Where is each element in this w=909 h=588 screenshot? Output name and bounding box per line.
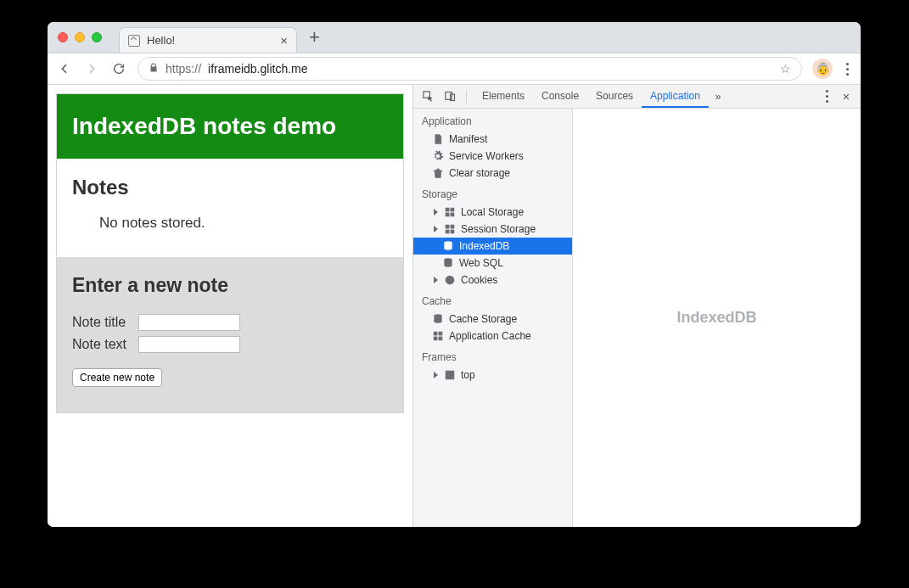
new-tab-button[interactable]: + <box>309 26 320 48</box>
sidebar-item-local-storage[interactable]: Local Storage <box>413 204 572 221</box>
svg-rect-1 <box>445 92 452 100</box>
file-icon <box>128 35 140 47</box>
browser-window: Hello! × + https://iframeidb.glitch.me ☆… <box>48 22 861 527</box>
sidebar-group-storage: Storage <box>413 182 572 204</box>
tab-sources[interactable]: Sources <box>587 85 642 108</box>
window-maximize-button[interactable] <box>92 32 102 42</box>
devtools-toolbar: Elements Console Sources Application » × <box>413 85 861 109</box>
forward-button[interactable] <box>83 62 100 76</box>
trash-icon <box>432 167 444 179</box>
page-title: IndexedDB notes demo <box>72 113 388 140</box>
back-button[interactable] <box>56 62 73 76</box>
sidebar-item-top-frame[interactable]: top <box>413 367 572 384</box>
gear-icon <box>432 150 444 162</box>
devtools-tabs-overflow-icon[interactable]: » <box>715 91 721 103</box>
sidebar-item-manifest[interactable]: Manifest <box>413 131 572 148</box>
address-bar: https://iframeidb.glitch.me ☆ 👵 <box>48 53 861 85</box>
application-sidebar: Application Manifest Service Workers Cle… <box>413 109 573 527</box>
document-icon <box>432 133 444 145</box>
svg-rect-8 <box>451 225 455 229</box>
grid-icon <box>444 206 456 218</box>
sidebar-group-cache: Cache <box>413 288 572 311</box>
devtools-close-icon[interactable]: × <box>837 87 856 106</box>
note-text-label: Note text <box>72 337 138 352</box>
window-controls <box>58 32 102 42</box>
main-placeholder-text: IndexedDB <box>676 309 756 327</box>
devtools-tabs: Elements Console Sources Application <box>474 85 709 108</box>
sidebar-item-indexeddb[interactable]: IndexedDB <box>413 238 572 255</box>
expand-triangle-icon[interactable] <box>432 372 439 378</box>
tab-application[interactable]: Application <box>642 85 709 108</box>
sidebar-item-app-cache[interactable]: Application Cache <box>413 328 572 344</box>
inspect-element-icon[interactable] <box>418 87 437 106</box>
svg-rect-16 <box>439 332 443 336</box>
svg-rect-9 <box>446 230 450 234</box>
tab-strip: Hello! × + <box>48 22 861 53</box>
svg-rect-19 <box>446 371 453 378</box>
frame-icon <box>444 369 456 381</box>
svg-rect-18 <box>439 337 443 341</box>
browser-menu-button[interactable] <box>843 59 852 79</box>
svg-rect-7 <box>446 225 450 229</box>
expand-triangle-icon[interactable] <box>432 277 439 283</box>
database-icon <box>442 240 454 252</box>
database-icon <box>442 257 454 269</box>
svg-rect-6 <box>451 213 455 217</box>
expand-triangle-icon[interactable] <box>432 226 439 232</box>
url-host: iframeidb.glitch.me <box>208 62 308 76</box>
notes-empty-message: No notes stored. <box>99 215 388 232</box>
bookmark-star-icon[interactable]: ☆ <box>780 62 791 76</box>
url-protocol: https:// <box>166 62 201 76</box>
address-input[interactable]: https://iframeidb.glitch.me ☆ <box>137 57 802 81</box>
new-note-form: Enter a new note Note title Note text Cr… <box>57 257 403 412</box>
expand-triangle-icon[interactable] <box>432 209 439 216</box>
grid-icon <box>432 330 444 342</box>
tab-console[interactable]: Console <box>533 85 587 108</box>
window-close-button[interactable] <box>58 32 68 42</box>
sidebar-item-websql[interactable]: Web SQL <box>413 255 572 272</box>
device-toolbar-icon[interactable] <box>440 87 459 106</box>
form-heading: Enter a new note <box>72 274 388 297</box>
devtools-body: Application Manifest Service Workers Cle… <box>413 109 861 527</box>
sidebar-item-clear-storage[interactable]: Clear storage <box>413 165 572 182</box>
grid-icon <box>444 223 456 235</box>
lock-icon <box>149 62 159 76</box>
tab-elements[interactable]: Elements <box>474 85 533 108</box>
svg-rect-15 <box>434 332 438 336</box>
create-note-button[interactable]: Create new note <box>72 368 162 387</box>
browser-tab[interactable]: Hello! × <box>119 27 297 53</box>
close-tab-icon[interactable]: × <box>280 33 288 48</box>
svg-rect-5 <box>446 213 450 217</box>
page-header: IndexedDB notes demo <box>57 94 403 159</box>
sidebar-item-cookies[interactable]: Cookies <box>413 272 572 288</box>
sidebar-group-frames: Frames <box>413 344 572 367</box>
window-minimize-button[interactable] <box>75 32 85 42</box>
tab-title: Hello! <box>147 34 273 47</box>
content-row: IndexedDB notes demo Notes No notes stor… <box>48 85 861 527</box>
notes-section: Notes No notes stored. <box>57 159 403 257</box>
application-main-pane: IndexedDB <box>573 109 861 527</box>
sidebar-group-application: Application <box>413 109 572 131</box>
devtools-panel: Elements Console Sources Application » ×… <box>412 85 861 527</box>
sidebar-item-service-workers[interactable]: Service Workers <box>413 148 572 165</box>
reload-button[interactable] <box>110 62 127 76</box>
notes-heading: Notes <box>72 176 388 199</box>
profile-avatar[interactable]: 👵 <box>812 59 833 79</box>
database-icon <box>432 313 444 325</box>
cookie-icon <box>444 274 456 286</box>
note-text-input[interactable] <box>138 336 240 353</box>
svg-rect-17 <box>434 337 438 341</box>
sidebar-item-session-storage[interactable]: Session Storage <box>413 221 572 238</box>
note-title-input[interactable] <box>138 314 240 331</box>
demo-page: IndexedDB notes demo Notes No notes stor… <box>56 93 404 413</box>
page-viewport: IndexedDB notes demo Notes No notes stor… <box>48 85 412 527</box>
note-title-label: Note title <box>72 315 138 330</box>
svg-point-13 <box>446 276 455 285</box>
devtools-menu-button[interactable] <box>822 87 832 106</box>
sidebar-item-cache-storage[interactable]: Cache Storage <box>413 311 572 328</box>
svg-rect-3 <box>446 208 450 212</box>
svg-rect-4 <box>451 208 455 212</box>
svg-rect-10 <box>451 230 455 234</box>
